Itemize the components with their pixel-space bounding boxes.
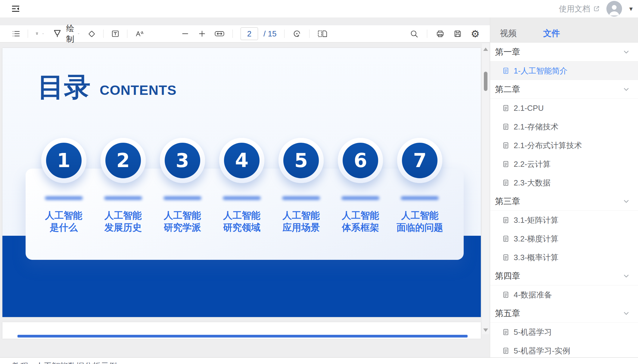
print-icon[interactable] xyxy=(436,29,445,38)
zoom-out-icon[interactable] xyxy=(181,29,190,38)
sidebar-doc-item[interactable]: 5-机器学习-实例 xyxy=(490,341,638,357)
toc-number: 3 xyxy=(165,143,200,178)
toolbar-separator xyxy=(232,30,233,38)
chevron-down-icon xyxy=(77,31,80,37)
document-icon xyxy=(502,104,509,112)
doc-item-label: 3.2-梯度计算 xyxy=(514,234,559,244)
sidebar-chapter-header[interactable]: 第三章 xyxy=(490,192,638,211)
sidebar-panel: 视频 文件 第一章 1-人工智能简介 第二章 2.1-CPU xyxy=(490,17,638,357)
page-footer: 教程 - 人工智能数据分析示例 xyxy=(0,358,638,364)
viewer-scrollbar[interactable] xyxy=(482,43,489,334)
scrollbar-thumb[interactable] xyxy=(484,72,487,91)
tab-video[interactable]: 视频 xyxy=(500,28,517,39)
doc-item-label: 2.1-存储技术 xyxy=(514,122,559,132)
toc-number-badge: 1 xyxy=(41,138,86,183)
zoom-in-icon[interactable] xyxy=(198,29,207,38)
app-header: 使用文档 ▼ xyxy=(0,0,638,17)
footer-partial-text: 教程 - 人工智能数据分析示例 xyxy=(12,361,117,364)
toolbar-separator xyxy=(309,30,310,38)
toc-underline-glow xyxy=(401,196,439,200)
read-aloud-icon[interactable] xyxy=(135,29,144,38)
chapter-title: 第二章 xyxy=(495,84,520,95)
usage-doc-link[interactable]: 使用文档 xyxy=(559,4,600,14)
toc-item: 4 人工智能 研究领域 xyxy=(212,138,271,234)
doc-item-label: 2.1-CPU xyxy=(514,104,544,113)
toc-label-line1: 人工智能 xyxy=(45,210,82,222)
highlighter-tool[interactable] xyxy=(35,31,44,37)
sidebar-doc-item[interactable]: 1-人工智能简介 xyxy=(490,61,638,80)
document-page: 目录 CONTENTS 1 人工智能 是什么 2 人工智能 发展历史 3 人工智… xyxy=(2,48,481,317)
sidebar-doc-item[interactable]: 2.3-大数据 xyxy=(490,173,638,192)
toc-item: 1 人工智能 是什么 xyxy=(34,138,93,234)
next-page-preview xyxy=(2,322,481,339)
toc-underline-glow xyxy=(104,196,142,200)
scrollbar-down-arrow[interactable] xyxy=(483,328,488,332)
sidebar-doc-item[interactable]: 2.1-CPU xyxy=(490,99,638,117)
document-icon xyxy=(502,235,509,242)
document-icon xyxy=(502,142,509,149)
page-number-input[interactable] xyxy=(241,27,258,40)
chapter-title: 第五章 xyxy=(495,308,520,319)
toolbar-separator xyxy=(127,30,127,38)
search-icon[interactable] xyxy=(409,29,419,38)
sidebar-doc-item[interactable]: 3.2-梯度计算 xyxy=(490,229,638,248)
toc-label: 人工智能 体系框架 xyxy=(342,210,379,234)
sidebar-doc-item[interactable]: 3.1-矩阵计算 xyxy=(490,211,638,229)
chevron-down-icon xyxy=(622,310,630,317)
sidebar-doc-item[interactable]: 5-机器学习 xyxy=(490,323,638,341)
sidebar-chapter-header[interactable]: 第四章 xyxy=(490,267,638,285)
pdf-viewer: 绘制 xyxy=(0,17,490,357)
chevron-down-icon xyxy=(42,31,44,37)
text-box-icon[interactable] xyxy=(111,29,120,38)
page-layout-icon[interactable] xyxy=(317,29,328,38)
thumbnail-list-icon[interactable] xyxy=(11,29,20,38)
sidebar-chapter-header[interactable]: 第一章 xyxy=(490,43,638,61)
chevron-down-icon xyxy=(622,48,630,56)
toc-label-line2: 是什么 xyxy=(45,222,82,234)
toc-underline-glow xyxy=(163,196,201,200)
slide-title-cn: 目录 xyxy=(38,74,91,100)
doc-item-label: 2.3-大数据 xyxy=(514,178,551,188)
save-icon[interactable] xyxy=(453,29,462,38)
sidebar-doc-item[interactable]: 2.2-云计算 xyxy=(490,155,638,173)
sidebar-doc-item[interactable]: 2.1-分布式计算技术 xyxy=(490,136,638,155)
sidebar-doc-item[interactable]: 3.3-概率计算 xyxy=(490,248,638,267)
scrollbar-up-arrow[interactable] xyxy=(483,48,488,51)
doc-item-label: 2.2-云计算 xyxy=(514,159,551,170)
tab-file[interactable]: 文件 xyxy=(543,28,560,39)
toolbar-separator xyxy=(427,30,427,38)
chevron-down-icon xyxy=(622,272,630,280)
toc-number-badge: 3 xyxy=(160,138,205,183)
toolbar-separator xyxy=(28,30,28,38)
toc-number-badge: 7 xyxy=(397,138,442,183)
pdf-toolbar: 绘制 xyxy=(0,25,490,42)
eraser-icon[interactable] xyxy=(87,29,96,38)
toc-label: 人工智能 是什么 xyxy=(45,210,82,234)
slide-title: 目录 CONTENTS xyxy=(38,74,177,100)
draw-tool[interactable]: 绘制 xyxy=(51,23,80,45)
main-row: 绘制 xyxy=(0,17,638,358)
sidebar-doc-item[interactable]: 2.1-存储技术 xyxy=(490,117,638,136)
avatar[interactable] xyxy=(606,1,622,17)
sidebar-chapter-header[interactable]: 第五章 xyxy=(490,304,638,323)
toc-underline-glow xyxy=(223,196,261,200)
fit-width-icon[interactable] xyxy=(214,29,225,38)
toolbar-separator xyxy=(284,30,285,38)
toc-label-line2: 应用场景 xyxy=(282,222,320,234)
toc-underline-glow xyxy=(45,196,83,200)
sidebar-chapter-header[interactable]: 第二章 xyxy=(490,80,638,99)
document-icon xyxy=(502,123,509,130)
toc-number: 1 xyxy=(46,143,82,178)
sidebar-toggle-icon[interactable] xyxy=(11,4,20,14)
settings-gear-icon[interactable]: ⚙ xyxy=(471,29,480,39)
document-icon xyxy=(502,67,509,74)
account-caret-down-icon[interactable]: ▼ xyxy=(628,6,634,12)
toc-item: 3 人工智能 研究学派 xyxy=(153,138,212,234)
document-icon xyxy=(502,254,509,261)
doc-item-label: 1-人工智能简介 xyxy=(514,66,568,76)
rotate-icon[interactable] xyxy=(292,29,301,38)
next-page-blue-rule xyxy=(17,335,468,338)
toc-number: 4 xyxy=(224,143,260,178)
toc-label: 人工智能 应用场景 xyxy=(282,210,320,234)
sidebar-doc-item[interactable]: 4-数据准备 xyxy=(490,285,638,304)
